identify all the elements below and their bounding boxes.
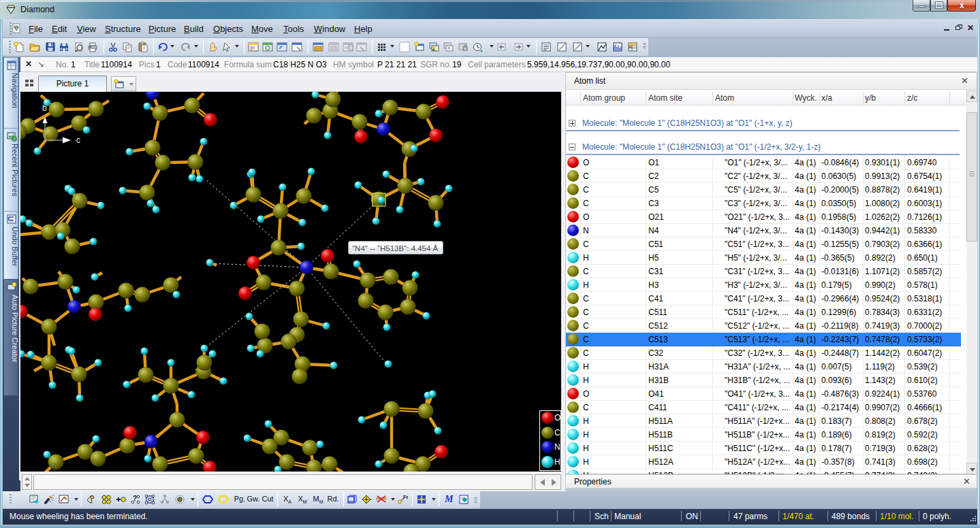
svg-text:Fe: Fe: [403, 494, 408, 500]
svg-text:O: O: [554, 413, 560, 423]
svg-text:c: c: [76, 135, 80, 145]
svg-text:N: N: [554, 442, 560, 452]
svg-text:"N4" -- "H513B": 4.454 Å: "N4" -- "H513B": 4.454 Å: [352, 244, 439, 252]
svg-text:C: C: [554, 428, 560, 438]
svg-text:H: H: [554, 457, 560, 467]
svg-text:b: b: [42, 103, 47, 113]
